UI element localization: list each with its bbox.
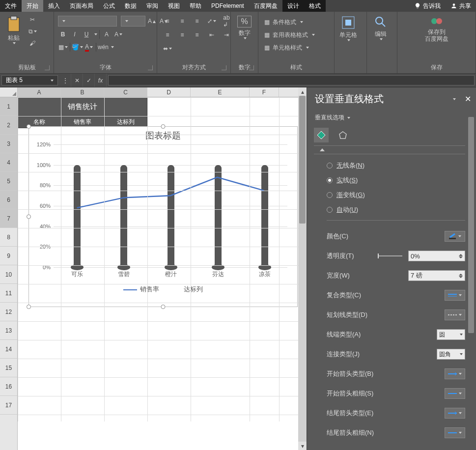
compound-type-button[interactable] xyxy=(445,290,465,301)
vertical-scrollbar[interactable]: ▴ ▾ xyxy=(298,87,307,450)
cut-button[interactable]: ✂ xyxy=(28,15,37,25)
resize-handle[interactable] xyxy=(161,305,166,309)
conditional-format-button[interactable]: ▦条件格式 xyxy=(262,16,305,28)
worksheet[interactable]: A B C D E F 1234567891011121314151617 销售… xyxy=(0,87,307,450)
chart-line[interactable] xyxy=(77,177,264,208)
tab-formula[interactable]: 公式 xyxy=(98,0,120,12)
font-a1-button[interactable]: A xyxy=(102,29,112,39)
cell-style-button[interactable]: ▦单元格样式 xyxy=(262,41,311,54)
italic-button[interactable]: I xyxy=(70,29,80,39)
tab-home[interactable]: 开始 xyxy=(22,0,43,12)
tab-format[interactable]: 格式 xyxy=(304,0,326,12)
scroll-up-icon[interactable]: ▴ xyxy=(298,87,307,96)
cancel-formula-button[interactable]: ✕ xyxy=(71,74,83,87)
row-7[interactable]: 7 xyxy=(0,209,17,228)
confirm-formula-button[interactable]: ✓ xyxy=(83,74,95,87)
increase-font-icon[interactable]: A▲ xyxy=(147,16,157,26)
share-button[interactable]: 共享 xyxy=(446,0,476,12)
paste-button[interactable]: 粘贴 xyxy=(2,14,26,44)
resize-handle[interactable] xyxy=(27,124,31,129)
pane-scrollbar[interactable] xyxy=(467,117,475,448)
tab-design[interactable]: 设计 xyxy=(282,0,304,12)
tab-pdfelement[interactable]: PDFelement xyxy=(206,0,249,12)
number-format-button[interactable]: %数字 xyxy=(233,14,256,39)
tab-insert[interactable]: 插入 xyxy=(43,0,65,12)
chart-title[interactable]: 图表标题 xyxy=(29,127,297,144)
row-13[interactable]: 13 xyxy=(0,321,17,340)
tab-view[interactable]: 视图 xyxy=(163,0,185,12)
resize-handle[interactable] xyxy=(27,215,31,219)
pane-menu-caret[interactable] xyxy=(453,98,456,100)
formula-bar[interactable] xyxy=(108,75,475,85)
namebox-expand[interactable]: ⋮ xyxy=(59,74,71,87)
col-A[interactable]: A xyxy=(18,87,61,97)
dash-type-button[interactable] xyxy=(445,309,465,320)
tell-me[interactable]: 告诉我 xyxy=(409,0,446,12)
row-17[interactable]: 17 xyxy=(0,396,17,415)
row-15[interactable]: 15 xyxy=(0,359,17,377)
end-arrow-button[interactable] xyxy=(445,408,465,419)
row-9[interactable]: 9 xyxy=(0,247,17,265)
cells-button[interactable]: 单元格 xyxy=(336,14,360,41)
tab-review[interactable]: 审阅 xyxy=(141,0,163,12)
phonetic-button[interactable]: wén xyxy=(98,42,108,52)
align-top-icon[interactable]: ≡ xyxy=(161,16,174,27)
scroll-thumb[interactable] xyxy=(299,96,306,224)
tab-file[interactable]: 文件 xyxy=(0,0,22,12)
font-name-combo[interactable] xyxy=(58,16,117,27)
row-16[interactable]: 16 xyxy=(0,377,17,396)
number-dialog-launcher[interactable] xyxy=(249,65,254,70)
radio-solid-line[interactable]: 实线(S) xyxy=(327,173,465,188)
cap-type-combo[interactable]: 圆 xyxy=(437,329,465,340)
resize-handle[interactable] xyxy=(27,305,31,309)
row-10[interactable]: 10 xyxy=(0,265,17,284)
color-picker-button[interactable] xyxy=(445,231,465,242)
row-8[interactable]: 8 xyxy=(0,228,17,247)
width-spinner[interactable]: 7 磅 xyxy=(408,270,465,281)
fx-button[interactable]: fx xyxy=(95,74,107,87)
pane-subtitle[interactable]: 垂直线选项 xyxy=(314,112,476,127)
tab-layout[interactable]: 页面布局 xyxy=(65,0,98,12)
font-dialog-launcher[interactable] xyxy=(148,65,153,70)
merge-cells-icon[interactable]: ⬌ xyxy=(161,43,174,54)
join-type-combo[interactable]: 圆角 xyxy=(437,349,465,360)
row-2[interactable]: 2 xyxy=(0,116,17,135)
font-color-button[interactable]: A xyxy=(84,42,94,52)
begin-size-button[interactable] xyxy=(445,388,465,399)
font-a2-button[interactable]: A xyxy=(113,29,123,39)
font-size-combo[interactable] xyxy=(121,16,145,27)
col-D[interactable]: D xyxy=(147,87,191,97)
name-box[interactable]: 图表 5 xyxy=(1,75,58,85)
row-1[interactable]: 1 xyxy=(0,97,17,116)
format-painter-button[interactable]: 🖌 xyxy=(28,38,37,48)
row-14[interactable]: 14 xyxy=(0,340,17,359)
col-C[interactable]: C xyxy=(104,87,147,97)
table-format-button[interactable]: ▦套用表格格式 xyxy=(262,28,317,41)
row-5[interactable]: 5 xyxy=(0,172,17,191)
align-center-icon[interactable]: ≡ xyxy=(176,29,189,40)
row-6[interactable]: 6 xyxy=(0,191,17,209)
row-4[interactable]: 4 xyxy=(0,153,17,172)
row-3[interactable]: 3 xyxy=(0,135,17,153)
bold-button[interactable]: B xyxy=(58,29,68,39)
close-icon[interactable]: ✕ xyxy=(465,94,471,104)
decrease-indent-icon[interactable]: ⇤ xyxy=(205,29,218,40)
col-F[interactable]: F xyxy=(250,87,279,97)
align-bottom-icon[interactable]: ≡ xyxy=(191,16,203,27)
tab-baidu[interactable]: 百度网盘 xyxy=(249,0,282,12)
fill-line-tab-icon[interactable] xyxy=(314,128,329,142)
row-11[interactable]: 11 xyxy=(0,284,17,303)
col-B[interactable]: B xyxy=(61,87,104,97)
clipboard-dialog-launcher[interactable] xyxy=(45,65,50,70)
tab-data[interactable]: 数据 xyxy=(120,0,141,12)
align-left-icon[interactable]: ≡ xyxy=(161,29,174,40)
border-button[interactable]: ▦ xyxy=(58,42,68,52)
copy-button[interactable]: ⧉ xyxy=(28,27,37,36)
begin-arrow-button[interactable] xyxy=(445,368,465,379)
transparency-slider[interactable] xyxy=(378,255,402,256)
fill-color-button[interactable]: 🪣 xyxy=(72,42,82,52)
tab-help[interactable]: 帮助 xyxy=(185,0,206,12)
orientation-icon[interactable]: ⤢ xyxy=(205,16,218,27)
scroll-down-icon[interactable]: ▾ xyxy=(298,442,307,450)
end-size-button[interactable] xyxy=(445,427,465,438)
